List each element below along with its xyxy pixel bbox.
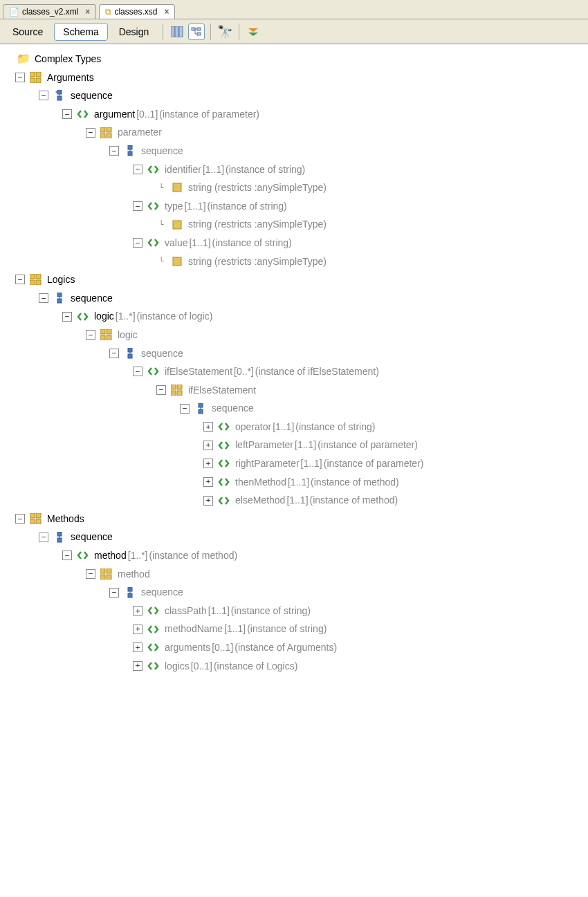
expand-toggle[interactable]: +	[203, 496, 213, 506]
collapse-toggle[interactable]: −	[62, 312, 72, 322]
collapse-toggle[interactable]: −	[15, 275, 25, 284]
source-view-button[interactable]: Source	[4, 24, 51, 40]
tree-node-sequence[interactable]: − sequence	[3, 289, 585, 308]
collapse-toggle[interactable]: −	[133, 238, 143, 248]
svg-rect-19	[173, 221, 181, 229]
tree-node-ifelsestmt[interactable]: − ifElseStatement [0..*] (instance of if…	[3, 362, 585, 381]
node-label: logic	[94, 307, 114, 326]
tree-node-sequence[interactable]: − sequence	[3, 142, 585, 160]
expand-toggle[interactable]: +	[203, 441, 213, 450]
tree-node-sequence[interactable]: − sequence	[3, 583, 585, 602]
collapse-toggle[interactable]: −	[133, 165, 143, 174]
tree-node-value[interactable]: − value [1..1] (instance of string)	[3, 234, 585, 252]
tree-node-string-restrict[interactable]: └ string (restricts :anySimpleType)	[3, 252, 585, 271]
close-icon[interactable]: ×	[164, 7, 169, 17]
expand-toggle[interactable]: +	[133, 642, 143, 652]
tree-node-leftparameter[interactable]: + leftParameter [1..1] (instance of para…	[3, 436, 585, 454]
tree-node-sequence[interactable]: − sequence	[3, 399, 585, 418]
collapse-toggle[interactable]: −	[180, 404, 190, 414]
close-icon[interactable]: ×	[85, 7, 90, 17]
tree-node-method[interactable]: − method [1..*] (instance of method)	[3, 546, 585, 565]
node-desc: (instance of method)	[311, 473, 399, 492]
binoculars-icon[interactable]: 🔭	[217, 24, 233, 40]
collapse-toggle[interactable]: −	[15, 73, 25, 82]
expand-toggle[interactable]: +	[203, 477, 213, 487]
collapse-toggle[interactable]: −	[109, 588, 119, 598]
columns-icon[interactable]	[169, 24, 185, 40]
svg-rect-13	[107, 127, 111, 132]
tab-classes-v2-xml[interactable]: 📄 classes_v2.xml ×	[3, 4, 96, 19]
cardinality: [1..1]	[286, 491, 308, 510]
node-desc: (instance of string)	[231, 602, 311, 620]
design-view-button[interactable]: Design	[111, 24, 158, 40]
svg-rect-2	[179, 26, 183, 37]
collapse-toggle[interactable]: −	[62, 109, 72, 119]
tree-node-method-type[interactable]: − method	[3, 565, 585, 584]
tree-node-type[interactable]: − type [1..1] (instance of string)	[3, 197, 585, 216]
element-icon	[76, 108, 90, 120]
tree-node-argument[interactable]: − argument [0..1] (instance of parameter…	[3, 105, 585, 124]
collapse-toggle[interactable]: −	[156, 385, 166, 395]
tree-node-logics[interactable]: − Logics	[3, 270, 585, 289]
collapse-toggle[interactable]: −	[109, 349, 119, 358]
collapse-toggle[interactable]: −	[62, 551, 72, 560]
expand-toggle[interactable]: +	[133, 606, 143, 616]
collapse-toggle[interactable]: −	[133, 201, 143, 211]
expand-toggle[interactable]: +	[133, 625, 143, 634]
tree-node-logic-type[interactable]: − logic	[3, 326, 585, 344]
element-icon	[217, 494, 231, 507]
schema-view-button[interactable]: Schema	[54, 23, 107, 41]
view-toolbar: Source Schema Design 🔭	[0, 19, 588, 44]
tree-node-ifelse-type[interactable]: − ifElseStatement	[3, 381, 585, 400]
tree-node-rightparameter[interactable]: + rightParameter [1..1] (instance of par…	[3, 454, 585, 473]
svg-rect-27	[100, 329, 105, 334]
node-desc: (instance of Logics)	[214, 657, 297, 676]
collapse-toggle[interactable]: −	[39, 91, 48, 100]
sequence-icon	[53, 531, 66, 544]
tree-node-operator[interactable]: + operator [1..1] (instance of string)	[3, 418, 585, 436]
node-label: Methods	[47, 510, 84, 528]
tree-root-complex-types[interactable]: 📁 Complex Types	[3, 50, 585, 68]
node-desc: (instance of ifElseStatement)	[255, 362, 379, 381]
tree-node-string-restrict[interactable]: └ string (restricts :anySimpleType)	[3, 215, 585, 234]
tree-node-arguments[interactable]: − Arguments	[3, 68, 585, 87]
tree-node-logic[interactable]: − logic [1..*] (instance of logic)	[3, 307, 585, 326]
node-label: type	[165, 197, 183, 216]
tree-node-parameter-type[interactable]: − parameter	[3, 123, 585, 142]
expand-toggle[interactable]: +	[133, 661, 143, 671]
tree-node-sequence[interactable]: − sequence	[3, 86, 585, 105]
collapse-toggle[interactable]: −	[86, 128, 95, 138]
expand-down-icon[interactable]	[245, 24, 261, 40]
tree-node-arguments-el[interactable]: + arguments [0..1] (instance of Argument…	[3, 638, 585, 657]
collapse-toggle[interactable]: −	[39, 533, 48, 542]
expand-toggle[interactable]: +	[203, 459, 213, 468]
tree-node-elsemethod[interactable]: + elseMethod [1..1] (instance of method)	[3, 491, 585, 510]
tree-node-sequence[interactable]: − sequence	[3, 344, 585, 363]
collapse-toggle[interactable]: −	[39, 293, 48, 303]
collapse-toggle[interactable]: −	[86, 569, 95, 579]
tree-node-classpath[interactable]: + classPath [1..1] (instance of string)	[3, 602, 585, 620]
tree-icon[interactable]	[188, 24, 205, 40]
collapse-toggle[interactable]: −	[133, 367, 143, 376]
tree-node-identifier[interactable]: − identifier [1..1] (instance of string)	[3, 160, 585, 179]
complex-type-icon	[100, 568, 113, 580]
tree-node-sequence[interactable]: − sequence	[3, 528, 585, 546]
tree-node-methodname[interactable]: + methodName [1..1] (instance of string)	[3, 620, 585, 638]
tree-node-string-restrict[interactable]: └ string (restricts :anySimpleType)	[3, 178, 585, 197]
collapse-toggle[interactable]: −	[86, 330, 95, 340]
expand-toggle[interactable]: +	[203, 422, 213, 432]
tree-node-methods[interactable]: − Methods	[3, 510, 585, 528]
cardinality: [0..*]	[234, 362, 254, 381]
cardinality: [1..1]	[273, 418, 294, 436]
complex-type-icon	[100, 329, 113, 341]
element-icon	[76, 549, 90, 562]
node-desc: (instance of string)	[247, 620, 327, 638]
tab-classes-xsd[interactable]: ⧉ classes.xsd ×	[99, 4, 175, 19]
simple-type-icon	[170, 219, 184, 231]
svg-rect-1	[175, 26, 178, 37]
collapse-toggle[interactable]: −	[109, 146, 119, 156]
svg-rect-33	[171, 385, 176, 389]
collapse-toggle[interactable]: −	[15, 514, 25, 524]
tree-node-thenmethod[interactable]: + thenMethod [1..1] (instance of method)	[3, 473, 585, 492]
tree-node-logics-el[interactable]: + logics [0..1] (instance of Logics)	[3, 657, 585, 676]
